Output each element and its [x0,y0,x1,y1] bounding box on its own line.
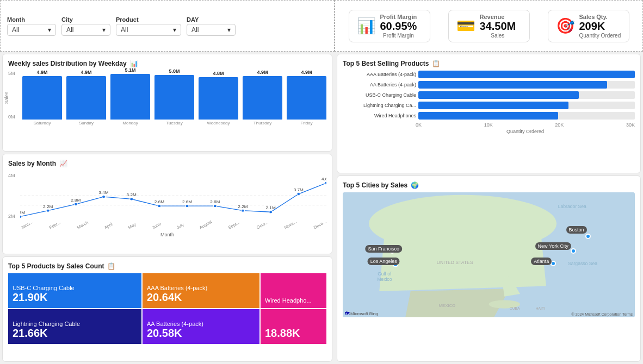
product-bar-track [418,102,635,109]
weekly-bar-value: 4.8M [213,71,224,76]
revenue-sublabel: Sales [480,33,516,39]
bing-logo-icon: 🗺 [345,311,349,316]
monthly-month-label: August [199,219,213,230]
city-label: Boston [566,226,587,234]
day-filter-select[interactable]: All ▾ [187,24,236,36]
weekly-bar-group: 5.1M [110,67,150,120]
monthly-month-label: April [103,222,113,230]
city-filter-group: City All ▾ [61,16,110,36]
weekly-day-label: Wednesday [199,121,238,125]
day-filter-label: DAY [187,16,236,23]
product-bar-fill [418,71,635,78]
monthly-x-title: Month [160,232,174,237]
svg-point-6 [74,203,77,205]
day-filter-group: DAY All ▾ [187,16,236,36]
monthly-y-bottom: 2M [8,214,15,219]
month-filter-label: Month [7,16,56,23]
svg-text:2.1M: 2.1M [266,206,276,210]
revenue-info: Revenue 34.50M Sales [480,14,516,39]
monthly-month-label: Febr... [48,220,61,230]
map-title: Top 5 Cities by Sales 🌍 [343,181,635,189]
city-filter-select[interactable]: All ▾ [61,24,110,36]
weekly-bar-value: 4.9M [301,70,312,75]
map-container: Gulf of Mexico Sargasso Sea Labrador Sea… [343,192,635,317]
treemap-value-5: 18.88K [265,327,322,340]
weekly-bar-value: 4.9M [257,70,268,75]
product-filter-label: Product [116,16,181,23]
weekly-day-label: Saturday [22,121,62,125]
product-bar-row: AAA Batteries (4-pack) [343,71,635,78]
products-icon: 📋 [432,60,440,67]
product-filter-group: Product All ▾ [116,16,181,36]
line-chart-icon: 📈 [59,160,67,167]
product-label: USB-C Charging Cable [343,92,416,98]
treemap-panel: Top 5 Products by Sales Count 📋 USB-C Ch… [2,256,332,362]
weekly-bar-group: 4.9M [287,70,326,120]
monthly-month-label: Janu... [20,219,34,230]
map-credit: 🗺 Microsoft Bing [345,311,378,316]
monthly-month-label: March [76,220,89,230]
monthly-chart-panel: Sales by Month 📈 4M 2M 1.8M2.2M2.8M3.4M3… [2,154,332,254]
svg-point-22 [297,193,300,196]
weekly-bar-group: 5.0M [154,68,194,120]
weekly-bar-group: 4.9M [243,70,282,120]
product-bar-fill [418,91,579,99]
treemap-cell-4: AA Batteries (4-pack) 20.58K [143,309,259,344]
svg-text:2.2M: 2.2M [238,204,248,209]
city-filter-value: All [66,26,73,34]
weekly-bar-group: 4.8M [199,71,238,120]
product-label: AA Batteries (4-pack) [343,82,416,87]
weekly-day-label: Friday [287,121,326,125]
monthly-chart-container: 4M 2M 1.8M2.2M2.8M3.4M3.2M2.6M2.6M2.6M2.… [8,171,326,239]
product-bar-row: Wired Headphones [343,112,635,120]
profit-margin-info: Profit Margin 60.95% Profit Margin [380,14,417,39]
svg-text:2.6M: 2.6M [210,200,220,204]
products-x-axis-labels: 0K10K20K30K [416,122,635,128]
svg-point-2 [20,215,22,218]
treemap-label-4: AA Batteries (4-pack) [147,321,255,327]
monthly-month-label: Nove... [283,219,298,230]
product-bar-track [418,81,635,89]
weekly-day-label: Thursday [243,121,282,125]
monthly-chart-title: Sales by Month 📈 [8,160,326,167]
profit-margin-value: 60.95% [380,20,417,33]
weekly-bar-value: 4.9M [36,70,47,75]
month-filter-group: Month All ▾ [7,16,56,36]
product-bar-fill [418,81,607,89]
treemap-value-1: 20.64K [147,291,255,304]
product-filter-value: All [121,26,128,34]
svg-text:2.8M: 2.8M [71,198,81,202]
weekly-day-label: Tuesday [154,121,194,125]
treemap-cell-1: AAA Batteries (4-pack) 20.64K [143,273,259,308]
product-bar-track [418,71,635,78]
profit-margin-icon: 📊 [357,17,376,35]
revenue-title: Revenue [480,14,516,20]
month-filter-select[interactable]: All ▾ [7,24,56,36]
treemap-label-3: Lightning Charging Cable [13,321,137,327]
product-bar-track [418,112,635,120]
sales-qty-icon: 🎯 [556,17,575,35]
products-bar-chart: AAA Batteries (4-pack)AA Batteries (4-pa… [343,71,635,120]
city-filter-label: City [61,16,110,23]
svg-text:2.6M: 2.6M [154,200,164,204]
treemap-cell-0: USB-C Charging Cable 21.90K [8,273,141,308]
map-icon: 🌍 [411,181,419,189]
weekly-bar-chart: 4.9M4.9M5.1M5.0M4.8M4.9M4.9M [8,71,326,120]
svg-text:2.6M: 2.6M [182,200,192,204]
day-chevron-icon: ▾ [227,26,231,34]
treemap-value-4: 20.58K [147,327,255,340]
treemap-label-1: AAA Batteries (4-pack) [147,285,255,291]
kpi-revenue: 💳 Revenue 34.50M Sales [448,10,530,42]
weekly-bar-value: 5.1M [125,67,135,73]
map-copyright: © 2024 Microsoft Corporation Terms [572,312,633,316]
revenue-value: 34.50M [480,20,516,33]
treemap-cell-5: 18.88K [261,309,326,344]
weekly-day-label: Monday [110,121,150,125]
product-filter-select[interactable]: All ▾ [116,24,181,36]
kpi-profit-margin: 📊 Profit Margin 60.95% Profit Margin [349,10,430,42]
svg-text:1.8M: 1.8M [20,210,25,215]
city-label: Atlanta [531,258,552,265]
kpi-sales-qty: 🎯 Sales Qty. 209K Quantity Ordered [548,10,629,42]
best-products-panel: Top 5 Best Selling Products 📋 AAA Batter… [337,54,641,173]
weekly-y-title: Sales [4,92,9,104]
